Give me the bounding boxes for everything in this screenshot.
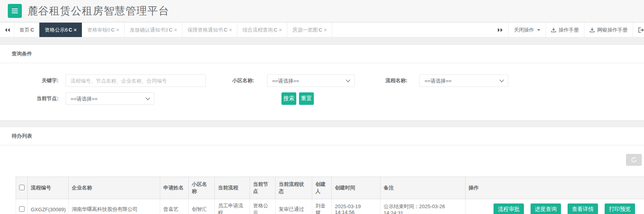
tab-qualification-review[interactable]: 资格审核0 xyxy=(82,23,125,37)
reset-button[interactable]: 重置 xyxy=(299,92,314,105)
flow-name-field: 流程名称: ==请选择== xyxy=(384,74,508,87)
hamburger-icon xyxy=(12,9,18,9)
tab-label: 资格审核0 xyxy=(87,27,110,34)
table-header-row: 流程编号 企业名称 申请姓名 小区名称 当前流程 当前节点 当前流程状态 创建人… xyxy=(16,177,644,199)
tab-guarantee-qualification-notice[interactable]: 保障资格通知书 xyxy=(182,23,237,37)
refresh-icon[interactable] xyxy=(169,27,172,33)
close-icon[interactable] xyxy=(174,27,177,33)
caret-down-icon xyxy=(537,29,540,31)
refresh-icon[interactable] xyxy=(224,27,227,33)
flow-name-select[interactable]: ==请选择== xyxy=(419,74,508,87)
tab-bar: 首页 资格公示6 资格审核0 发放确认通知书3 保障资格通知书 综合流程查询 房… xyxy=(0,22,644,37)
keyword-input[interactable] xyxy=(65,74,206,87)
col-header-current-flow: 当前流程 xyxy=(215,177,250,199)
cell-community: 创智汇 xyxy=(189,199,215,214)
tab-qualification-publicity[interactable]: 资格公示6 xyxy=(39,23,82,37)
col-header-creator: 创建人 xyxy=(312,177,332,199)
search-button[interactable]: 搜索 xyxy=(281,92,296,105)
sign-out-button[interactable] xyxy=(633,23,644,37)
community-field: 小区名称: ==请选择== xyxy=(231,74,355,87)
view-details-button[interactable]: 查看详情 xyxy=(568,203,598,214)
todo-table: 流程编号 企业名称 申请姓名 小区名称 当前流程 当前节点 当前流程状态 创建人… xyxy=(16,177,644,214)
col-header-created-at: 创建时间 xyxy=(332,177,380,199)
col-header-applicant: 申请姓名 xyxy=(160,177,189,199)
cell-applicant: 曾嘉艺 xyxy=(160,199,189,214)
flow-name-label: 流程名称: xyxy=(384,77,407,84)
keyword-label: 关键字: xyxy=(12,77,58,84)
tabs-scroll-left-button[interactable] xyxy=(0,23,14,37)
col-header-flow-no: 流程编号 xyxy=(28,177,69,199)
query-conditions-panel: 查询条件 关键字: 小区名称: ==请选择== 流程名称: xyxy=(0,44,644,121)
col-header-community: 小区名称 xyxy=(189,177,215,199)
sign-out-icon xyxy=(638,27,644,33)
progress-query-button[interactable]: 进度查询 xyxy=(531,203,561,214)
col-header-company: 企业名称 xyxy=(69,177,160,199)
flow-approve-button[interactable]: 流程审批 xyxy=(494,203,524,214)
tab-comprehensive-flow-query[interactable]: 综合流程查询 xyxy=(237,23,287,37)
tab-home[interactable]: 首页 xyxy=(14,23,39,37)
close-icon[interactable] xyxy=(74,27,77,33)
cell-actions: 流程审批进度查询查看详情打印预览 xyxy=(465,199,644,214)
close-operations-dropdown[interactable]: 关闭操作 xyxy=(508,23,545,37)
tab-issue-confirmation-notice[interactable]: 发放确认通知书3 xyxy=(125,23,182,37)
double-chevron-left-icon xyxy=(4,28,10,32)
query-panel-title: 查询条件 xyxy=(0,45,644,63)
double-chevron-right-icon xyxy=(497,28,503,32)
spacer xyxy=(0,37,644,44)
row-checkbox[interactable] xyxy=(19,206,25,212)
download-icon xyxy=(551,27,556,33)
select-all-checkbox[interactable] xyxy=(19,185,25,190)
col-header-actions: 操作 xyxy=(465,177,644,199)
tab-label: 保障资格通知书 xyxy=(188,27,223,34)
close-icon[interactable] xyxy=(116,27,119,33)
cell-current-node: 资格公示 xyxy=(250,199,276,214)
keyword-field: 关键字: xyxy=(12,74,206,87)
todo-panel-title: 待办列表 xyxy=(0,127,644,145)
tab-housing-overview[interactable]: 房源一览图 xyxy=(287,23,332,37)
cell-flow-no: GXGZF(30089) xyxy=(28,199,69,214)
current-node-label: 当前节点: xyxy=(12,95,58,102)
app-header: 麓谷租赁公租房智慧管理平台 xyxy=(0,0,644,22)
refresh-icon[interactable] xyxy=(69,27,72,33)
close-icon[interactable] xyxy=(229,27,232,33)
col-header-flow-status: 当前流程状态 xyxy=(276,177,312,199)
cell-current-flow: 员工申请流程 xyxy=(215,199,250,214)
community-select[interactable]: ==请选择== xyxy=(267,74,355,87)
bank-manual-download[interactable]: 网银操作手册 xyxy=(584,23,633,37)
cell-created-at: 2025-03-19 14:14:56 xyxy=(332,199,380,214)
download-icon xyxy=(589,27,595,33)
tabs-scroll-right-button[interactable] xyxy=(492,23,508,37)
operation-manual-download[interactable]: 操作手册 xyxy=(545,23,584,37)
table-toolbar xyxy=(16,154,642,166)
current-node-select[interactable]: ==请选择== xyxy=(65,92,154,105)
current-node-field: 当前节点: ==请选择== xyxy=(12,92,154,105)
refresh-table-button[interactable] xyxy=(626,154,642,166)
tab-label: 综合流程查询 xyxy=(242,27,273,34)
cell-flow-status: 复审已通过 xyxy=(276,199,312,214)
refresh-icon[interactable] xyxy=(111,27,115,33)
close-icon[interactable] xyxy=(279,27,282,33)
todo-list-panel: 待办列表 流程编号 企业名称 申请姓名 小区名称 当前流程 当前节点 当前流程状… xyxy=(0,127,644,214)
refresh-icon[interactable] xyxy=(274,27,277,33)
tab-label: 资格公示6 xyxy=(44,27,67,34)
query-form: 关键字: 小区名称: ==请选择== 流程名称: ==请选择== xyxy=(0,63,644,120)
spacer xyxy=(0,121,644,127)
community-label: 小区名称: xyxy=(231,77,254,84)
cell-creator: 刘金耀 xyxy=(312,199,332,214)
print-preview-button[interactable]: 打印预览 xyxy=(605,203,635,214)
refresh-icon[interactable] xyxy=(318,27,322,33)
cell-remark: 公示结束时间：2025-03-26 14:24:31 xyxy=(380,199,465,214)
close-icon[interactable] xyxy=(324,27,327,33)
refresh-icon[interactable] xyxy=(30,27,34,33)
tab-label: 首页 xyxy=(19,27,30,34)
menu-toggle-button[interactable] xyxy=(8,4,22,18)
tab-label: 发放确认通知书3 xyxy=(130,27,168,34)
col-header-current-node: 当前节点 xyxy=(250,177,276,199)
page-title: 麓谷租赁公租房智慧管理平台 xyxy=(27,4,169,18)
cell-company: 湖南华曙高科技股份有限公司 xyxy=(69,199,160,214)
refresh-icon xyxy=(631,157,637,163)
col-header-remark: 备注 xyxy=(380,177,465,199)
table-row: GXGZF(30089) 湖南华曙高科技股份有限公司 曾嘉艺 创智汇 员工申请流… xyxy=(16,199,644,214)
tab-label: 房源一览图 xyxy=(292,27,318,34)
tab-bar-right-controls: 关闭操作 操作手册 网银操作手册 xyxy=(492,23,644,37)
